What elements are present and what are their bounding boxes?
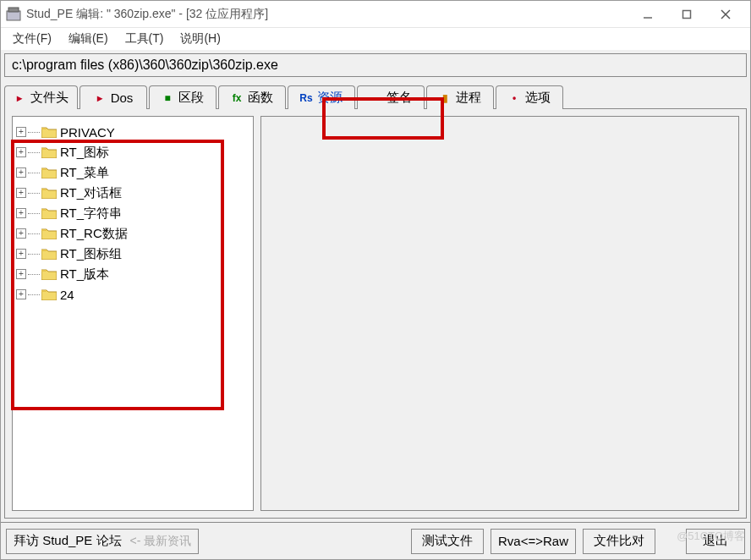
tab-icon: • bbox=[508, 92, 520, 104]
folder-icon bbox=[41, 126, 57, 138]
svg-rect-21 bbox=[41, 270, 47, 272]
tree-node[interactable]: +RT_字符串 bbox=[16, 203, 249, 223]
close-button[interactable] bbox=[706, 3, 745, 26]
tree-connector bbox=[28, 294, 40, 295]
tree-connector bbox=[28, 233, 40, 234]
forum-hint: <- 最新资讯 bbox=[130, 534, 192, 549]
resource-tree[interactable]: +PRIVACY+RT_图标+RT_菜单+RT_对话框+RT_字符串+RT_RC… bbox=[12, 116, 254, 511]
window-title: Stud_PE 编辑: " 360zip.exe" - [32 位应用程序] bbox=[26, 7, 268, 22]
menu-file[interactable]: 文件(F) bbox=[4, 30, 60, 48]
tab-label: 进程 bbox=[456, 90, 481, 106]
watermark: @51CTO博客 bbox=[677, 529, 745, 544]
tab-label: 区段 bbox=[178, 90, 204, 106]
svg-rect-15 bbox=[41, 209, 47, 211]
tree-node-label: RT_RC数据 bbox=[60, 226, 128, 242]
rva-raw-button[interactable]: Rva<=>Raw bbox=[491, 529, 576, 554]
tab-icon: ■ bbox=[162, 92, 173, 104]
tree-connector bbox=[28, 173, 40, 173]
test-file-button[interactable]: 测试文件 bbox=[411, 529, 484, 554]
folder-icon bbox=[41, 288, 57, 300]
tree-node[interactable]: +PRIVACY bbox=[16, 122, 249, 142]
tab-文件头[interactable]: ▸文件头 bbox=[4, 85, 78, 109]
folder-icon bbox=[41, 268, 57, 280]
tab-icon bbox=[370, 92, 381, 104]
tab-选项[interactable]: •选项 bbox=[496, 85, 563, 109]
forum-link[interactable]: 拜访 Stud_PE 论坛 <- 最新资讯 bbox=[6, 529, 199, 554]
expand-icon[interactable]: + bbox=[16, 167, 26, 178]
expand-icon[interactable]: + bbox=[16, 269, 26, 279]
tab-icon: ▸ bbox=[14, 92, 25, 104]
svg-rect-19 bbox=[41, 250, 47, 251]
client-area: c:\program files (x86)\360\360zip\360zip… bbox=[1, 50, 750, 522]
expand-icon[interactable]: + bbox=[16, 228, 26, 239]
maximize-button[interactable] bbox=[667, 3, 706, 26]
file-path-field[interactable]: c:\program files (x86)\360\360zip\360zip… bbox=[4, 53, 747, 77]
tree-node[interactable]: +RT_对话框 bbox=[16, 183, 249, 203]
resource-preview bbox=[260, 116, 739, 511]
menu-tools[interactable]: 工具(T) bbox=[117, 30, 173, 48]
title-bar: Stud_PE 编辑: " 360zip.exe" - [32 位应用程序] bbox=[1, 1, 750, 28]
tree-node[interactable]: +RT_菜单 bbox=[16, 162, 249, 183]
tree-node-label: RT_对话框 bbox=[60, 185, 122, 201]
expand-icon[interactable]: + bbox=[16, 188, 26, 198]
folder-icon bbox=[41, 228, 57, 239]
menu-bar: 文件(F) 编辑(E) 工具(T) 说明(H) bbox=[1, 28, 750, 50]
tree-node-label: RT_图标 bbox=[60, 145, 109, 161]
tree-node-label: RT_版本 bbox=[60, 266, 109, 283]
svg-rect-23 bbox=[41, 290, 47, 292]
tab-label: 文件头 bbox=[30, 90, 69, 106]
tab-label: Dos bbox=[111, 91, 134, 105]
status-bar: 拜访 Stud_PE 论坛 <- 最新资讯 测试文件 Rva<=>Raw 文件比… bbox=[1, 522, 750, 559]
menu-help[interactable]: 说明(H) bbox=[172, 30, 228, 48]
tree-node[interactable]: +RT_图标 bbox=[16, 142, 249, 162]
tree-connector bbox=[28, 274, 40, 275]
app-icon bbox=[6, 7, 21, 22]
menu-edit[interactable]: 编辑(E) bbox=[60, 30, 117, 48]
tab-label: 资源 bbox=[317, 90, 343, 106]
tree-node-label: PRIVACY bbox=[60, 125, 115, 140]
svg-rect-13 bbox=[41, 189, 47, 190]
folder-icon bbox=[41, 146, 57, 158]
svg-rect-1 bbox=[8, 8, 19, 12]
tree-node-label: 24 bbox=[60, 288, 74, 302]
tree-node-label: RT_图标组 bbox=[60, 246, 122, 262]
tree-connector bbox=[28, 193, 40, 194]
tab-icon: fx bbox=[231, 92, 243, 104]
tree-connector bbox=[28, 213, 40, 214]
expand-icon[interactable]: + bbox=[16, 127, 26, 137]
tree-node[interactable]: +RT_版本 bbox=[16, 264, 249, 284]
tree-node-label: RT_字符串 bbox=[60, 206, 122, 222]
svg-rect-17 bbox=[41, 229, 47, 231]
tab-函数[interactable]: fx函数 bbox=[218, 85, 286, 109]
tree-node[interactable]: +RT_RC数据 bbox=[16, 223, 249, 244]
tab-strip: ▸文件头▸Dos■区段fx函数Rs资源签名▮进程•选项 +PRIVACY+RT_… bbox=[4, 85, 747, 519]
tab-Dos[interactable]: ▸Dos bbox=[79, 85, 147, 109]
folder-icon bbox=[41, 248, 57, 260]
svg-rect-9 bbox=[41, 148, 47, 150]
svg-rect-11 bbox=[41, 168, 47, 170]
tab-进程[interactable]: ▮进程 bbox=[426, 85, 494, 109]
tree-connector bbox=[28, 152, 40, 153]
expand-icon[interactable]: + bbox=[16, 208, 26, 218]
expand-icon[interactable]: + bbox=[16, 249, 26, 259]
tab-label: 选项 bbox=[525, 90, 551, 106]
tree-node-label: RT_菜单 bbox=[60, 165, 109, 181]
tab-icon: Rs bbox=[300, 92, 312, 104]
svg-rect-0 bbox=[7, 11, 20, 20]
folder-icon bbox=[41, 207, 57, 219]
expand-icon[interactable]: + bbox=[16, 147, 26, 157]
folder-icon bbox=[41, 167, 57, 178]
tab-资源[interactable]: Rs资源 bbox=[288, 85, 355, 109]
tree-node[interactable]: +RT_图标组 bbox=[16, 244, 249, 264]
tab-签名[interactable]: 签名 bbox=[357, 85, 425, 109]
svg-rect-3 bbox=[683, 10, 691, 18]
folder-icon bbox=[41, 187, 57, 199]
file-compare-button[interactable]: 文件比对 bbox=[583, 529, 655, 554]
expand-icon[interactable]: + bbox=[16, 289, 26, 299]
minimize-button[interactable] bbox=[628, 3, 667, 26]
tab-区段[interactable]: ■区段 bbox=[149, 85, 217, 109]
tab-content: +PRIVACY+RT_图标+RT_菜单+RT_对话框+RT_字符串+RT_RC… bbox=[4, 108, 747, 519]
tab-label: 签名 bbox=[386, 90, 412, 106]
tree-connector bbox=[28, 254, 40, 255]
tree-node[interactable]: +24 bbox=[16, 284, 249, 305]
